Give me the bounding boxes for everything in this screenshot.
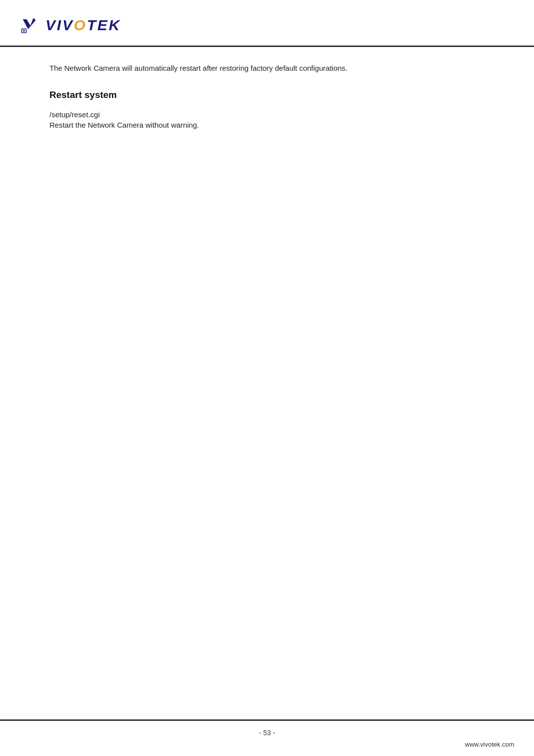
- page-number: - 53 -: [259, 729, 275, 737]
- section-title: Restart system: [49, 90, 514, 100]
- logo-text: VIVOTEK: [45, 17, 121, 34]
- header: VIVOTEK: [0, 0, 534, 37]
- intro-paragraph: The Network Camera will automatically re…: [49, 62, 514, 75]
- cgi-path: /setup/reset.cgi: [49, 110, 514, 119]
- website-url: www.vivotek.com: [20, 741, 514, 748]
- svg-marker-1: [28, 18, 36, 29]
- svg-point-4: [23, 30, 25, 32]
- cgi-description: Restart the Network Camera without warni…: [49, 121, 514, 129]
- page-wrapper: VIVOTEK The Network Camera will automati…: [0, 0, 534, 756]
- logo-container: VIVOTEK: [20, 14, 121, 37]
- logo-text-container: VIVOTEK: [45, 17, 121, 34]
- vivotek-logo-icon: [20, 14, 43, 37]
- footer: - 53 - www.vivotek.com: [0, 719, 534, 756]
- main-content: The Network Camera will automatically re…: [0, 47, 534, 719]
